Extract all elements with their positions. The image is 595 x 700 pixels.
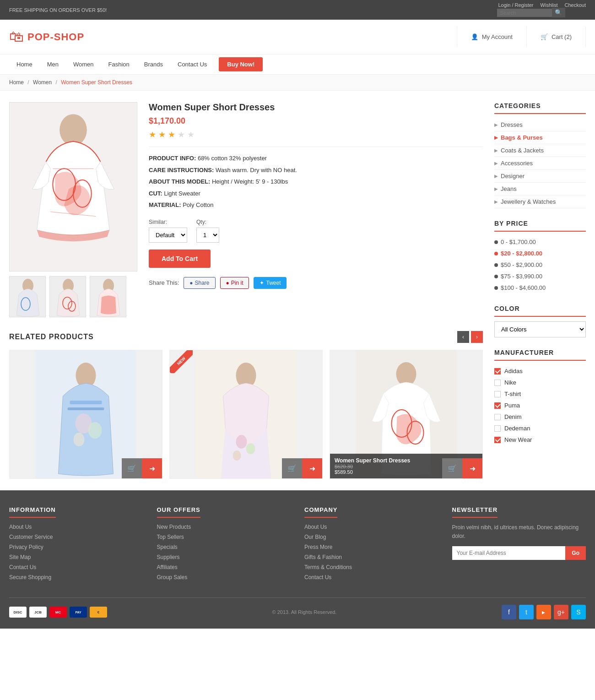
main-nav: Home Men Women Fashion Brands Contact Us… [0,54,595,75]
nav-contact[interactable]: Contact Us [170,54,214,74]
card-1-cart-btn[interactable]: 🛒 [122,458,142,478]
mfr-tshirt-checkbox[interactable] [494,391,501,397]
thumbnail-3[interactable] [90,276,126,317]
footer-secure-shopping[interactable]: Secure Shopping [9,574,51,581]
mfr-adidas-checkbox[interactable] [494,368,501,374]
footer-company-contact[interactable]: Contact Us [304,574,331,581]
category-dresses-link[interactable]: ▶ Dresses [494,121,586,128]
footer-affiliates[interactable]: Affiliates [157,564,178,570]
footer-company-blog[interactable]: Our Blog [304,534,326,540]
newsletter-submit-btn[interactable]: Go [565,546,586,560]
nav-women[interactable]: Women [66,54,101,74]
manufacturer-section: MANUFACTURER Adidas Nike T-shirt Puma [494,349,586,445]
mfr-denim-checkbox[interactable] [494,414,501,420]
arrow-designer: ▶ [494,174,498,179]
login-register-link[interactable]: Login / Register [498,2,533,8]
wishlist-link[interactable]: Wishlist [541,2,558,8]
nav-fashion[interactable]: Fashion [101,54,137,74]
product-price: $1,170.00 [149,116,483,126]
related-card-3: Women Super Short Dresses $620.30 $589.5… [330,350,483,479]
price-link-100-4600[interactable]: $100 - $4,600.00 [501,284,546,291]
footer-company-terms[interactable]: Terms & Conditions [304,564,352,570]
footer-company-gifts[interactable]: Gifts & Fashion [304,554,342,560]
share-facebook-btn[interactable]: ● Share [184,277,215,289]
footer-customer-service[interactable]: Customer Service [9,534,53,540]
nav-brands[interactable]: Brands [137,54,170,74]
card-2-view-btn[interactable]: ➜ [302,458,322,478]
mfr-newwear-checkbox[interactable] [494,437,501,443]
price-link-20-2800[interactable]: $20 - $2,800.00 [501,250,542,257]
categories-list: ▶ Dresses ▶ Bags & Purses ▶ Coats & Jack… [494,119,586,208]
checkout-link[interactable]: Checkout [565,2,586,8]
footer-new-products[interactable]: New Products [157,524,191,530]
by-price-section: BY PRICE 0 - $1,700.00 $20 - $2,800.00 $… [494,220,586,293]
add-to-cart-button[interactable]: Add To Cart [149,250,211,268]
nav-home[interactable]: Home [9,54,40,74]
mfr-dedeman-checkbox[interactable] [494,425,501,432]
product-section: Women Super Short Dresses $1,170.00 ★ ★ … [9,102,483,479]
buy-now-btn[interactable]: Buy Now! [219,57,263,71]
category-jewellery-link[interactable]: ▶ Jewellery & Watches [494,198,586,205]
newsletter-email-input[interactable] [452,546,566,560]
footer-top-sellers[interactable]: Top Sellers [157,534,184,540]
thumbnail-2[interactable] [49,276,86,317]
facebook-icon: ● [189,280,193,286]
thumbnail-1[interactable] [9,276,46,317]
share-twitter-btn[interactable]: ✦ Tweet [254,277,287,289]
footer-about-us[interactable]: About Us [9,524,32,530]
star-3: ★ [168,130,175,139]
svg-point-21 [74,433,85,446]
mfr-newwear: New Wear [494,434,586,445]
related-next-btn[interactable]: › [471,331,483,343]
star-2: ★ [158,130,166,139]
footer-group-sales[interactable]: Group Sales [157,574,188,581]
card-1-view-btn[interactable]: ➜ [142,458,162,478]
price-50-2900: $50 - $2,900.00 [494,259,586,271]
social-twitter[interactable]: t [519,605,534,619]
card-3-cart-btn[interactable]: 🛒 [442,458,462,478]
social-facebook[interactable]: f [502,605,516,619]
qty-select[interactable]: 1 2 3 [196,228,219,243]
nav-men[interactable]: Men [40,54,66,74]
price-link-0-1700[interactable]: 0 - $1,700.00 [501,239,536,245]
color-select[interactable]: All Colors [494,321,586,337]
related-prev-btn[interactable]: ‹ [457,331,469,343]
card-2-cart-btn[interactable]: 🛒 [282,458,302,478]
price-link-75-3990[interactable]: $75 - $3,990.00 [501,273,542,280]
about-model: ABOUT THIS MODEL: Height / Weight: 5' 9 … [149,177,483,186]
search-button[interactable]: 🔍 [552,8,565,17]
category-jeans-link[interactable]: ▶ Jeans [494,185,586,192]
mfr-tshirt: T-shirt [494,388,586,400]
cart-btn[interactable]: 🛒 Cart (2) [526,27,586,47]
footer-company-about[interactable]: About Us [304,524,327,530]
footer-specials[interactable]: Specials [157,544,178,550]
logo[interactable]: 🛍 POP-SHOP [9,28,457,45]
footer-company-press[interactable]: Press More [304,544,332,550]
footer-suppliers[interactable]: Suppliers [157,554,180,560]
footer-contact-us-info[interactable]: Contact Us [9,564,36,570]
similar-select[interactable]: Default [149,228,187,243]
related-products-grid: 🛒 ➜ [9,350,483,479]
search-input[interactable] [497,9,552,17]
header: 🛍 POP-SHOP 👤 My Account 🛒 Cart (2) [0,20,595,54]
mfr-nike-label: Nike [504,379,516,386]
social-googleplus[interactable]: g+ [554,605,568,619]
share-pinterest-btn[interactable]: ● Pin it [220,277,249,289]
price-link-50-2900[interactable]: $50 - $2,900.00 [501,261,542,268]
category-accessories-link[interactable]: ▶ Accessories [494,160,586,167]
category-accessories: ▶ Accessories [494,157,586,170]
social-rss[interactable]: ▸ [536,605,551,619]
mfr-puma-checkbox[interactable] [494,402,501,409]
social-skype[interactable]: S [571,605,586,619]
breadcrumb-home[interactable]: Home [9,79,24,86]
category-designer-link[interactable]: ▶ Designer [494,173,586,179]
breadcrumb-women[interactable]: Women [33,79,52,86]
card-3-view-btn[interactable]: ➜ [462,458,482,478]
category-bags-link[interactable]: ▶ Bags & Purses [494,134,586,141]
footer-privacy-policy[interactable]: Privacy Policy [9,544,43,550]
category-coats-link[interactable]: ▶ Coats & Jackets [494,147,586,154]
footer-site-map[interactable]: Site Map [9,554,31,560]
mfr-nike-checkbox[interactable] [494,380,501,386]
my-account-btn[interactable]: 👤 My Account [457,27,526,47]
footer-company: COMPANY About Us Our Blog Press More Gif… [304,506,438,584]
